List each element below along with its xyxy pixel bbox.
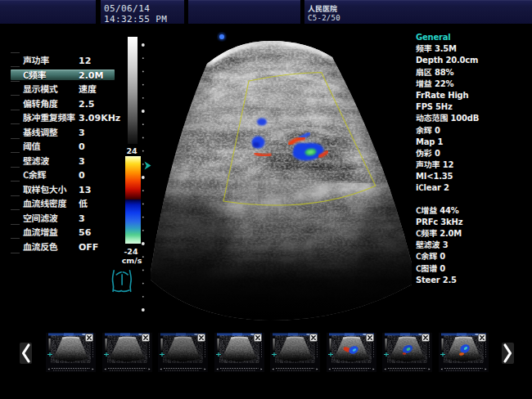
menu-row-divider xyxy=(11,138,20,139)
menu-row-value: 0 xyxy=(79,167,85,182)
thumbnail-close-icon[interactable] xyxy=(85,334,93,342)
filmstrip-prev-button[interactable] xyxy=(20,343,32,364)
imaging-info-panel: General频率 3.5MDepth 20.0cm扇区 88%增益 22%Fr… xyxy=(416,31,532,285)
menu-row-label: C余辉 xyxy=(23,167,46,182)
b-mode-info-line: 动态范围 100dB xyxy=(416,112,532,123)
info-group-gap xyxy=(416,194,532,204)
menu-row-9[interactable]: 取样包大小13 xyxy=(0,182,123,196)
b-mode-info-line: MI<1.35 xyxy=(416,170,532,182)
menu-row-divider xyxy=(11,123,20,124)
thumbnail-close-icon[interactable] xyxy=(478,334,486,342)
b-mode-info-line: FrRate High xyxy=(416,89,532,101)
titlebar-segment-datetime: 05/06/14 14:32:55 PM xyxy=(101,0,184,24)
thumbnail-close-icon[interactable] xyxy=(309,334,318,342)
title-bar: 05/06/14 14:32:55 PM 人民医院 C5-2/50 xyxy=(0,0,532,24)
menu-row-label: 显示模式 xyxy=(23,81,57,96)
color-mode-info-line: C频率 2.0M xyxy=(416,227,532,239)
b-mode-info-line: 伪彩 0 xyxy=(416,147,532,159)
focus-marker-icon xyxy=(218,33,226,41)
thumbnail-close-icon[interactable] xyxy=(366,334,374,342)
menu-row-divider xyxy=(11,66,20,67)
menu-row-value: 2.5 xyxy=(79,96,95,110)
thumbnail-close-icon[interactable] xyxy=(254,334,262,342)
menu-row-value: 3 xyxy=(79,153,85,168)
menu-row-divider xyxy=(11,110,20,110)
thumbnail-close-icon[interactable] xyxy=(197,334,205,342)
menu-row-label: 阈值 xyxy=(23,138,40,153)
b-mode-info-line: 频率 3.5M xyxy=(416,43,532,54)
color-mode-info-line: C余辉 0 xyxy=(416,250,532,262)
menu-row-divider xyxy=(11,224,20,225)
menu-row-label: 取样包大小 xyxy=(23,182,66,196)
depth-ruler xyxy=(142,43,145,312)
clip-thumbnail-5[interactable] xyxy=(270,333,320,372)
menu-row-3[interactable]: 偏转角度2.5 xyxy=(0,96,123,110)
menu-row-value: 3 xyxy=(79,210,85,225)
menu-row-divider xyxy=(11,167,20,168)
clip-thumbnail-6[interactable] xyxy=(327,333,376,372)
color-mode-info-line: C增益 44% xyxy=(416,204,532,216)
thumbnail-close-icon[interactable] xyxy=(422,334,430,342)
menu-row-label: 血流反色 xyxy=(23,239,57,253)
grayscale-map-bar xyxy=(128,37,138,144)
menu-row-value: 速度 xyxy=(79,81,97,96)
clip-thumbnail-4[interactable] xyxy=(214,333,264,372)
titlebar-segment-patient xyxy=(188,0,300,24)
menu-row-divider xyxy=(11,95,20,96)
menu-row-label: 壁滤波 xyxy=(23,153,49,168)
menu-row-divider xyxy=(11,253,20,253)
ultrasound-screen: 05/06/14 14:32:55 PM 人民医院 C5-2/50 声功率12C… xyxy=(0,0,532,399)
parameter-menu: 声功率12C频率2.0M显示模式速度偏转角度2.5脉冲重复频率3.09KHz基线… xyxy=(0,46,123,258)
clip-filmstrip xyxy=(0,323,532,399)
menu-row-11[interactable]: 空间滤波3 xyxy=(0,210,123,225)
menu-row-13[interactable]: 血流反色OFF xyxy=(0,239,123,253)
b-mode-info-line: 声功率 12 xyxy=(416,159,532,170)
menu-row-0[interactable]: 声功率12 xyxy=(0,52,123,67)
menu-row-label: 脉冲重复频率 xyxy=(23,110,75,124)
filmstrip-next-button[interactable] xyxy=(502,343,514,364)
menu-row-label: C频率 xyxy=(23,67,46,82)
menu-row-label: 偏转角度 xyxy=(23,96,57,110)
titlebar-segment-hospital: 人民医院 C5-2/50 xyxy=(304,0,532,24)
clip-thumbnail-8[interactable] xyxy=(439,333,489,372)
probe-model: C5-2/50 xyxy=(308,14,340,22)
b-mode-info-line: 扇区 88% xyxy=(416,66,532,78)
menu-row-divider xyxy=(11,81,20,82)
clip-thumbnail-3[interactable] xyxy=(158,333,208,372)
menu-row-12[interactable]: 血流增益56 xyxy=(0,224,123,239)
color-mode-info-line: Steer 2.5 xyxy=(416,274,532,285)
menu-row-10[interactable]: 血流线密度低 xyxy=(0,195,123,210)
menu-row-divider xyxy=(11,152,20,153)
menu-row-label: 血流增益 xyxy=(23,224,57,239)
menu-row-6[interactable]: 阈值0 xyxy=(0,138,123,153)
clip-thumbnail-1[interactable] xyxy=(46,333,96,372)
color-mode-info-line: C图谱 0 xyxy=(416,262,532,274)
menu-row-1[interactable]: C频率2.0M xyxy=(0,67,123,82)
info-group-title: General xyxy=(416,31,532,43)
menu-row-4[interactable]: 脉冲重复频率3.09KHz xyxy=(0,110,123,124)
thumbnail-close-icon[interactable] xyxy=(142,334,150,342)
ultrasound-image-area[interactable] xyxy=(139,27,413,323)
clip-thumbnail-2[interactable] xyxy=(102,333,152,372)
chevron-right-icon xyxy=(502,343,514,364)
menu-row-value: 3.09KHz xyxy=(79,110,120,124)
menu-row-divider xyxy=(11,52,20,53)
menu-row-label: 基线调整 xyxy=(23,124,57,139)
date-text: 05/06/14 xyxy=(104,3,150,14)
b-mode-info-line: 增益 22% xyxy=(416,78,532,89)
menu-row-8[interactable]: C余辉0 xyxy=(0,167,123,182)
clip-thumbnail-7[interactable] xyxy=(382,333,432,372)
menu-row-label: 血流线密度 xyxy=(23,195,66,210)
chevron-left-icon xyxy=(20,343,32,364)
menu-row-2[interactable]: 显示模式速度 xyxy=(0,81,123,96)
menu-row-value: 13 xyxy=(79,182,91,196)
menu-row-divider xyxy=(11,195,20,196)
b-mode-info-line: Depth 20.0cm xyxy=(416,54,532,65)
b-mode-fan-image xyxy=(139,27,413,323)
color-mode-info-line: 壁滤波 3 xyxy=(416,239,532,250)
menu-row-5[interactable]: 基线调整3 xyxy=(0,124,123,139)
menu-row-divider xyxy=(11,238,20,239)
menu-row-7[interactable]: 壁滤波3 xyxy=(0,153,123,168)
hospital-name: 人民医院 xyxy=(308,3,337,14)
b-mode-info-line: Map 1 xyxy=(416,136,532,147)
